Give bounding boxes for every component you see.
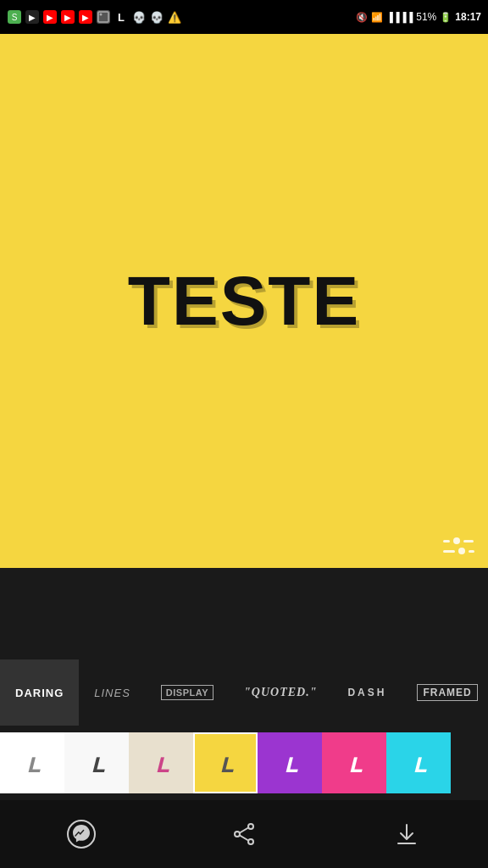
battery-icon: 🔋 [440, 12, 452, 23]
svg-point-15 [248, 824, 253, 829]
canvas-area: TESTE [0, 34, 488, 568]
app-icon-4: ▶ [60, 9, 75, 25]
app-icon-l: L [114, 9, 129, 25]
swatch-white-letter: ʟ [26, 748, 39, 778]
app-icon-3: ▶ [42, 9, 58, 25]
app-icon-gallery [96, 9, 111, 25]
adj-circle-1 [453, 537, 460, 544]
signal-icon: ▐▐▐▐ [386, 12, 413, 22]
swatch-pink[interactable]: ʟ [322, 732, 386, 793]
tab-lines[interactable]: LINES [79, 659, 146, 726]
style-tabs: DARING LINES DISPLAY "Quoted." DASH FRAM… [0, 659, 488, 726]
tab-dash[interactable]: DASH [332, 659, 402, 726]
adj-line-long2 [443, 550, 455, 553]
action-bar [0, 800, 488, 868]
tab-framed[interactable]: FRAMED [402, 659, 488, 726]
swatch-purple[interactable]: ʟ [258, 732, 322, 793]
messenger-button[interactable] [60, 813, 103, 855]
swatch-white2-letter: ʟ [91, 748, 103, 778]
adj-line-short2 [469, 550, 474, 553]
tab-daring-label: DARING [15, 687, 64, 699]
swatch-cream-letter: ʟ [155, 748, 168, 778]
status-bar: S ▶ ▶ ▶ ▶ L 💀 💀 ⚠️ 🔇 📶 ▐▐▐▐ 51% 🔋 18:17 [0, 0, 488, 34]
tab-dash-label: DASH [347, 687, 386, 698]
wifi-icon: 📶 [371, 12, 383, 23]
mute-icon: 🔇 [356, 12, 368, 23]
adjust-row-2 [443, 548, 474, 554]
swatch-purple-letter: ʟ [284, 748, 297, 778]
swatch-white[interactable]: ʟ [0, 732, 64, 793]
swatch-yellow-letter: ʟ [219, 748, 232, 778]
svg-line-17 [240, 828, 248, 833]
svg-point-12 [100, 14, 103, 16]
download-icon [392, 820, 421, 849]
svg-text:▶: ▶ [64, 13, 71, 22]
svg-point-14 [235, 832, 240, 837]
adj-line-long [463, 540, 474, 542]
tab-quoted[interactable]: "Quoted." [229, 659, 332, 726]
svg-point-16 [248, 839, 253, 844]
svg-text:▶: ▶ [82, 13, 89, 22]
tab-quoted-label: "Quoted." [244, 686, 317, 699]
adj-circle-2 [458, 548, 465, 554]
canvas-text[interactable]: TESTE [128, 261, 360, 341]
download-button[interactable] [385, 813, 428, 855]
adjust-row-1 [443, 537, 474, 544]
messenger-icon [67, 820, 96, 849]
status-icons-left: S ▶ ▶ ▶ ▶ L 💀 💀 ⚠️ [7, 9, 182, 25]
svg-text:S: S [12, 13, 18, 22]
share-icon [230, 820, 258, 849]
app-icon-warn: ⚠️ [167, 9, 182, 25]
app-icon-2: ▶ [25, 9, 40, 25]
app-icon-skull1: 💀 [131, 9, 147, 25]
tab-framed-label: FRAMED [417, 684, 477, 701]
swatch-pink-letter: ʟ [348, 748, 361, 778]
swatch-white2[interactable]: ʟ [64, 732, 129, 793]
share-button[interactable] [223, 813, 265, 855]
time-display: 18:17 [455, 11, 481, 23]
app-icon-5: ▶ [78, 9, 93, 25]
tab-display[interactable]: DISPLAY [146, 659, 229, 726]
swatch-cream[interactable]: ʟ [129, 732, 193, 793]
status-indicators-right: 🔇 📶 ▐▐▐▐ 51% 🔋 18:17 [356, 11, 481, 23]
app-icon-skull2: 💀 [149, 9, 164, 25]
battery-percent: 51% [416, 11, 436, 23]
tab-display-label: DISPLAY [161, 685, 214, 700]
color-swatches-row: ʟ ʟ ʟ ʟ ʟ ʟ ʟ [0, 726, 488, 800]
adj-line-short [443, 540, 450, 542]
bottom-panel: DARING LINES DISPLAY "Quoted." DASH FRAM… [0, 659, 488, 868]
svg-text:▶: ▶ [29, 13, 36, 22]
app-icon-1: S [7, 9, 22, 25]
swatch-cyan[interactable]: ʟ [386, 732, 451, 793]
tab-daring[interactable]: DARING [0, 659, 79, 726]
tab-lines-label: LINES [94, 687, 130, 699]
svg-line-18 [240, 836, 248, 841]
svg-text:▶: ▶ [47, 13, 53, 22]
adjust-icon[interactable] [443, 537, 474, 554]
swatch-cyan-letter: ʟ [413, 748, 425, 778]
swatch-yellow[interactable]: ʟ [193, 732, 258, 793]
